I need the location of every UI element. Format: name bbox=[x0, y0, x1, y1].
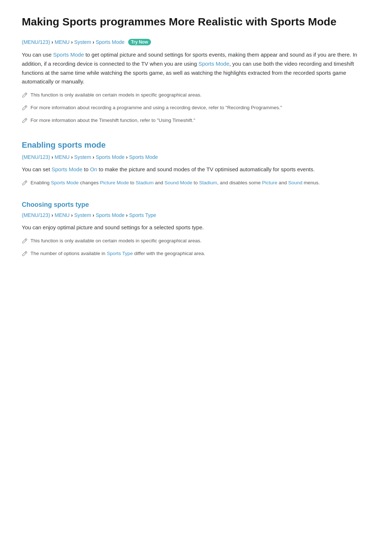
choosing-body: You can enjoy optimal picture and sound … bbox=[22, 223, 370, 232]
highlight-sound: Sound bbox=[288, 180, 302, 185]
note-text: Enabling Sports Mode changes Picture Mod… bbox=[30, 179, 320, 187]
breadcrumb-item: (MENU/123) bbox=[22, 212, 50, 218]
highlight-sports-mode-1: Sports Mode bbox=[53, 52, 84, 58]
highlight-sports-mode-2: Sports Mode bbox=[199, 61, 229, 67]
choosing-section: Choosing sports type (MENU/123) › MENU ›… bbox=[22, 201, 370, 259]
choosing-breadcrumb: (MENU/123) › MENU › System › Sports Mode… bbox=[22, 212, 370, 218]
note-text: For more information about recording a p… bbox=[30, 104, 282, 112]
highlight-sports-type: Sports Type bbox=[107, 251, 133, 256]
enabling-body: You can set Sports Mode to On to make th… bbox=[22, 165, 370, 174]
try-now-badge[interactable]: Try Now bbox=[128, 39, 151, 45]
enabling-section: Enabling sports mode (MENU/123) › MENU ›… bbox=[22, 140, 370, 188]
note-text: For more information about the Timeshift… bbox=[30, 117, 195, 124]
pencil-icon bbox=[22, 92, 28, 100]
enabling-heading: Enabling sports mode bbox=[22, 140, 370, 150]
note-item: This function is only available on certa… bbox=[22, 91, 370, 100]
breadcrumb-item: MENU bbox=[54, 212, 69, 218]
intro-notes: This function is only available on certa… bbox=[22, 91, 370, 126]
pencil-icon bbox=[22, 238, 28, 246]
pencil-icon bbox=[22, 118, 28, 126]
breadcrumb-item: MENU bbox=[54, 154, 69, 160]
intro-body: You can use Sports Mode to get optimal p… bbox=[22, 50, 370, 86]
breadcrumb-item-4: Sports Mode bbox=[96, 39, 124, 45]
highlight-picture: Picture bbox=[262, 180, 277, 185]
breadcrumb-item: (MENU/123) bbox=[22, 154, 50, 160]
breadcrumb-item-2: MENU bbox=[54, 39, 69, 45]
breadcrumb-item: System bbox=[74, 212, 91, 218]
note-item: For more information about the Timeshift… bbox=[22, 117, 370, 126]
pencil-icon bbox=[22, 251, 28, 259]
note-text: This function is only available on certa… bbox=[30, 91, 201, 99]
highlight-stadium-2: Stadium bbox=[199, 180, 217, 185]
highlight-picture-mode: Picture Mode bbox=[100, 180, 129, 185]
breadcrumb-item: Sports Mode bbox=[96, 154, 124, 160]
breadcrumb-item: Sports Mode bbox=[129, 154, 158, 160]
note-item: Enabling Sports Mode changes Picture Mod… bbox=[22, 179, 370, 188]
choosing-notes: This function is only available on certa… bbox=[22, 237, 370, 259]
highlight-on: On bbox=[90, 166, 97, 172]
breadcrumb-item: System bbox=[74, 154, 91, 160]
breadcrumb-item-1: (MENU/123) bbox=[22, 39, 50, 45]
intro-breadcrumb: (MENU/123) › MENU › System › Sports Mode… bbox=[22, 39, 370, 45]
highlight-sports-mode: Sports Mode bbox=[52, 166, 82, 172]
breadcrumb-item: Sports Mode bbox=[96, 212, 124, 218]
highlight-sports-mode: Sports Mode bbox=[51, 180, 79, 185]
note-item: This function is only available on certa… bbox=[22, 237, 370, 246]
note-text: The number of options available in Sport… bbox=[30, 250, 205, 258]
pencil-icon bbox=[22, 180, 28, 188]
breadcrumb-item: Sports Type bbox=[129, 212, 156, 218]
note-text: This function is only available on certa… bbox=[30, 237, 201, 245]
choosing-heading: Choosing sports type bbox=[22, 201, 370, 209]
note-item: For more information about recording a p… bbox=[22, 104, 370, 113]
pencil-icon bbox=[22, 105, 28, 113]
note-item: The number of options available in Sport… bbox=[22, 250, 370, 259]
highlight-stadium-1: Stadium bbox=[136, 180, 154, 185]
enabling-breadcrumb: (MENU/123) › MENU › System › Sports Mode… bbox=[22, 154, 370, 160]
breadcrumb-item-3: System bbox=[74, 39, 91, 45]
intro-section: (MENU/123) › MENU › System › Sports Mode… bbox=[22, 39, 370, 126]
enabling-notes: Enabling Sports Mode changes Picture Mod… bbox=[22, 179, 370, 188]
page-title: Making Sports programmes More Realistic … bbox=[22, 15, 370, 29]
highlight-sound-mode: Sound Mode bbox=[164, 180, 192, 185]
